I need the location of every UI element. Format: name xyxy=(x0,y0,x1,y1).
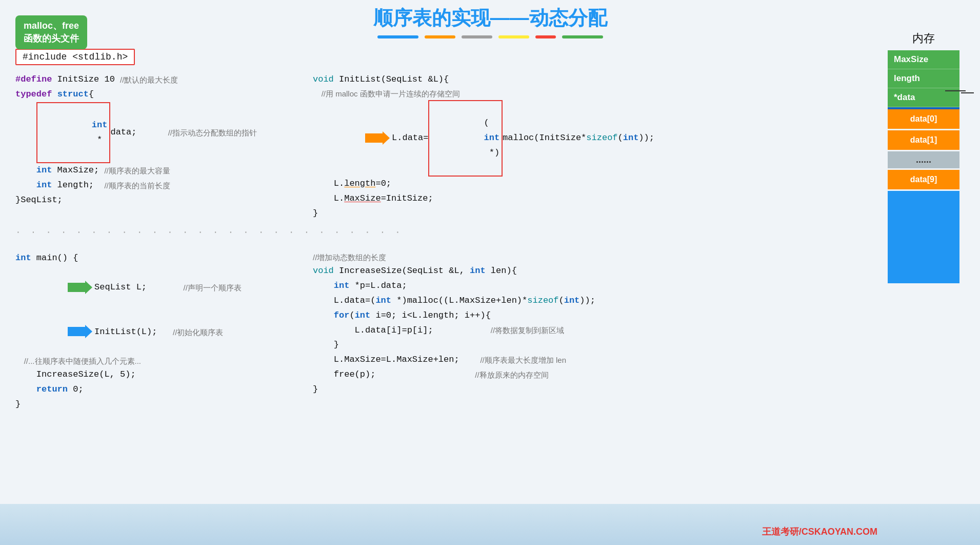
main-close: } xyxy=(15,397,282,412)
typedef-line: typedef struct { xyxy=(15,87,282,102)
connector-arrow xyxy=(945,90,966,91)
include-box: #include <stdlib.h> xyxy=(15,49,135,65)
increasesize-call: IncreaseSize(L, 5); xyxy=(15,367,282,382)
memory-box-container: MaxSize length *data data[0] data[1] ...… xyxy=(883,50,965,283)
header-label: malloc、free 函数的头文件 xyxy=(15,15,87,49)
initlist-call: InitList(L); //初始化顺序表 xyxy=(15,310,282,355)
code-section-top: #define InitSize 10 //默认的最大长度 typedef st… xyxy=(15,72,872,221)
arrow-orange-icon xyxy=(365,133,384,143)
int-data-line: int * data; //指示动态分配数组的指针 xyxy=(15,102,282,164)
initlist-comment: //用 malloc 函数申请一片连续的存储空间 xyxy=(313,87,872,101)
main-sig: int main() { xyxy=(15,251,282,266)
define-line: #define InitSize 10 //默认的最大长度 xyxy=(15,72,282,87)
comment-insert: //...往顺序表中随便插入几个元素... xyxy=(15,355,282,368)
memory-data-1: data[1] xyxy=(888,130,959,150)
return-stmt: return 0; xyxy=(15,382,282,397)
watermark: 王道考研/CSKAOYAN.COM xyxy=(762,525,877,538)
color-bar-yellow xyxy=(498,35,529,38)
data-reassign: L.data=( int *)malloc((L.MaxSize+len)* s… xyxy=(313,294,872,308)
arrow-blue-icon xyxy=(68,327,86,336)
ldata-assign: L.data= ( int *) malloc(InitSize* sizeof… xyxy=(313,100,872,176)
main-function: int main() { SeqList L; //声明一个顺序表 InitLi… xyxy=(15,251,282,412)
code-section-bottom: int main() { SeqList L; //声明一个顺序表 InitLi… xyxy=(15,251,872,412)
memory-length: length xyxy=(888,69,959,88)
free-call: free(p); //释放原来的内存空间 xyxy=(313,367,872,382)
for-close: } xyxy=(313,338,872,353)
color-bar-orange xyxy=(425,35,455,38)
lmaxsize-assign: L. MaxSize =InitSize; xyxy=(313,191,872,206)
memory-data-dots: ...... xyxy=(888,151,959,168)
color-bar-red xyxy=(535,35,556,38)
memory-data-9: data[9] xyxy=(888,170,959,189)
increasesize-sig: void IncreaseSize(SeqList &L, int len){ xyxy=(313,264,872,279)
color-bar-gray xyxy=(462,35,492,38)
llength-assign: L. length =0; xyxy=(313,177,872,191)
memory-diagram: 内存 MaxSize length *data data[0] data[1] … xyxy=(883,31,965,283)
page-title: 顺序表的实现——动态分配 xyxy=(0,5,980,31)
color-bar-blue xyxy=(377,35,418,38)
main-content: #include <stdlib.h> #define InitSize 10 … xyxy=(15,49,872,412)
int-p-line: int *p=L.data; xyxy=(313,279,872,294)
header-label-line2: 函数的头文件 xyxy=(24,32,79,45)
color-bar-green xyxy=(562,35,603,38)
arrow-green-icon xyxy=(68,283,86,292)
divider-dots: . . . . . . . . . . . . . . . . . . . . … xyxy=(15,225,872,236)
struct-definition: #define InitSize 10 //默认的最大长度 typedef st… xyxy=(15,72,282,221)
initlist-definition: void InitList(SeqList &L){ //用 malloc 函数… xyxy=(313,72,872,221)
increasesize-comment: //增加动态数组的长度 xyxy=(313,251,872,264)
color-bar xyxy=(0,35,980,38)
for-loop: for ( int i=0; i<L.length; i++){ xyxy=(313,308,872,323)
initlist-close: } xyxy=(313,206,872,221)
memory-data-0: data[0] xyxy=(888,109,959,129)
close-struct-line: }SeqList; xyxy=(15,193,282,208)
initlist-sig: void InitList(SeqList &L){ xyxy=(313,72,872,87)
memory-title: 内存 xyxy=(883,31,965,46)
seqlist-decl: SeqList L; //声明一个顺序表 xyxy=(15,265,282,310)
maxsize-update: L.MaxSize=L.MaxSize+len; //顺序表最大长度增加 len xyxy=(313,353,872,367)
copy-data: L.data[i]=p[i]; //将数据复制到新区域 xyxy=(313,323,872,338)
memory-maxsize: MaxSize xyxy=(888,50,959,69)
memory-data-section: data[0] data[1] ...... data[9] xyxy=(888,109,959,189)
increasesize-definition: //增加动态数组的长度 void IncreaseSize(SeqList &L… xyxy=(313,251,872,412)
header-label-line1: malloc、free xyxy=(24,20,79,32)
int-length-line: int length; //顺序表的当前长度 xyxy=(15,178,282,193)
int-maxsize-line: int MaxSize; //顺序表的最大容量 xyxy=(15,163,282,178)
memory-top-section: MaxSize length *data xyxy=(888,50,959,107)
func-close: } xyxy=(313,382,872,397)
memory-blue-area xyxy=(888,191,959,283)
